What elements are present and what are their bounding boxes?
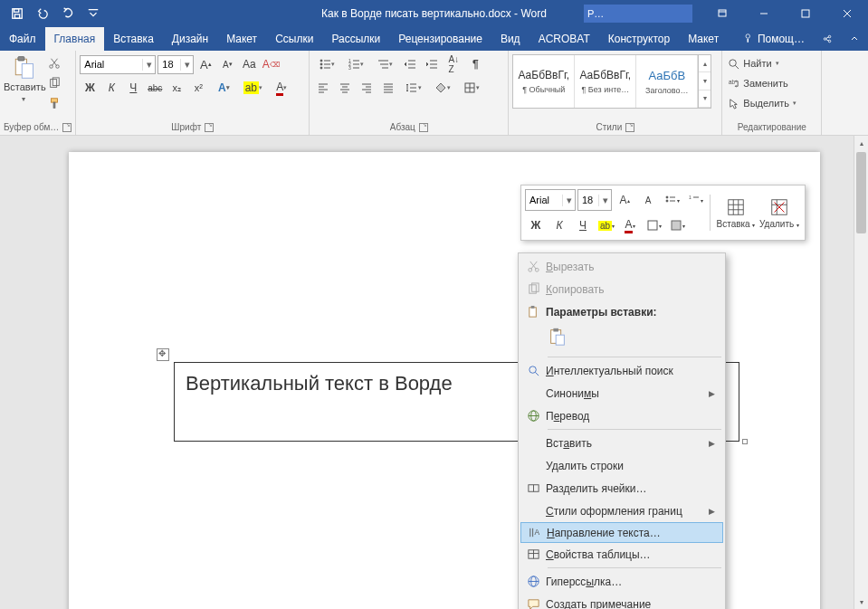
change-case-button[interactable]: Aa — [239, 54, 259, 74]
account-badge[interactable]: Р… — [584, 5, 692, 23]
align-left-button[interactable] — [313, 78, 333, 98]
styles-row-down[interactable]: ▾ — [699, 72, 711, 90]
table-resize-handle[interactable] — [742, 439, 748, 444]
close-button[interactable] — [826, 0, 868, 27]
multilevel-list-button[interactable]: ▾ — [371, 54, 398, 74]
select-button[interactable]: Выделить▾ — [726, 94, 798, 112]
style-normal[interactable]: АаБбВвГг,¶ Обычный — [513, 55, 575, 108]
mini-underline[interactable]: Ч — [572, 214, 594, 236]
ctx-synonyms[interactable]: Синонимы▶ — [520, 382, 723, 404]
scroll-up[interactable]: ▴ — [854, 136, 868, 150]
styles-dialog-launcher[interactable] — [625, 123, 634, 132]
mini-borders[interactable]: ▾ — [643, 214, 664, 236]
mini-delete-button[interactable]: Удалить ▾ — [758, 197, 801, 229]
mini-font-family-combo[interactable]: Arial▾ — [525, 189, 576, 211]
vertical-scrollbar[interactable]: ▴ ▾ — [854, 136, 868, 609]
ctx-smart-lookup[interactable]: Интеллектуальный поиск — [520, 359, 723, 382]
scroll-thumb[interactable] — [856, 152, 866, 233]
mini-shading[interactable]: ▾ — [666, 214, 688, 236]
ctx-new-comment[interactable]: Создать примечание — [520, 593, 723, 609]
ctx-insert[interactable]: Вставить▶ — [520, 432, 723, 454]
ctx-text-direction[interactable]: AНаправление текста… — [520, 522, 723, 543]
bullets-button[interactable]: ▾ — [313, 54, 340, 74]
borders-button[interactable]: ▾ — [458, 78, 485, 98]
styles-expand[interactable]: ▾ — [699, 90, 711, 108]
sort-button[interactable]: A↓Z — [444, 54, 463, 74]
paragraph-dialog-launcher[interactable] — [419, 123, 428, 132]
strikethrough-button[interactable]: abc — [145, 78, 165, 98]
decrease-indent-button[interactable] — [400, 54, 420, 74]
line-spacing-button[interactable]: ▾ — [400, 78, 427, 98]
collapse-ribbon-button[interactable] — [841, 27, 868, 51]
format-painter-button[interactable] — [45, 94, 63, 112]
tab-mailings[interactable]: Рассылки — [322, 27, 389, 51]
table-move-handle[interactable] — [157, 348, 169, 361]
undo-button[interactable] — [31, 2, 54, 25]
tab-view[interactable]: Вид — [491, 27, 529, 51]
show-marks-button[interactable]: ¶ — [465, 54, 485, 74]
styles-row-up[interactable]: ▴ — [699, 55, 711, 72]
tab-insert[interactable]: Вставка — [104, 27, 163, 51]
bold-button[interactable]: Ж — [80, 78, 100, 98]
copy-button[interactable] — [45, 74, 63, 92]
scroll-down[interactable]: ▾ — [854, 595, 868, 609]
align-center-button[interactable] — [335, 78, 355, 98]
numbering-button[interactable]: 123▾ — [342, 54, 369, 74]
increase-indent-button[interactable] — [422, 54, 442, 74]
font-color-button[interactable]: A▾ — [268, 78, 295, 98]
mini-bold[interactable]: Ж — [525, 214, 547, 236]
font-size-combo[interactable]: 18▾ — [157, 55, 194, 74]
ctx-paste-keep-source[interactable] — [548, 337, 568, 349]
tab-design[interactable]: Дизайн — [163, 27, 217, 51]
redo-button[interactable] — [56, 2, 80, 25]
shading-button[interactable]: ▾ — [429, 78, 456, 98]
mini-italic[interactable]: К — [548, 214, 570, 236]
tab-review[interactable]: Рецензирование — [389, 27, 491, 51]
clear-formatting-button[interactable]: A⌫ — [261, 54, 281, 74]
ctx-hyperlink[interactable]: Гиперссылка… — [520, 570, 723, 593]
ribbon-options-button[interactable] — [701, 0, 743, 27]
minimize-button[interactable] — [743, 0, 785, 27]
clipboard-dialog-launcher[interactable] — [62, 123, 72, 132]
find-button[interactable]: Найти▾ — [726, 54, 780, 72]
subscript-button[interactable]: x₂ — [167, 78, 186, 98]
style-no-spacing[interactable]: АаБбВвГг,¶ Без инте… — [575, 55, 636, 108]
style-heading1[interactable]: АаБбВЗаголово… — [636, 55, 698, 108]
qat-customize-button[interactable] — [81, 2, 105, 25]
maximize-button[interactable] — [785, 0, 826, 27]
mini-shrink-font[interactable]: A — [637, 189, 659, 211]
share-button[interactable] — [814, 27, 841, 51]
ctx-delete-rows[interactable]: Удалить строки — [520, 454, 723, 477]
tab-home[interactable]: Главная — [45, 27, 105, 51]
italic-button[interactable]: К — [101, 78, 121, 98]
mini-highlight[interactable]: ab▾ — [596, 214, 617, 236]
grow-font-button[interactable]: A▴ — [196, 54, 215, 74]
ctx-split-cells[interactable]: Разделить ячейки… — [520, 477, 723, 500]
mini-font-size-combo[interactable]: 18▾ — [577, 189, 612, 211]
tab-table-layout[interactable]: Макет — [679, 27, 728, 51]
tab-file[interactable]: Файл — [0, 27, 45, 51]
tab-table-design[interactable]: Конструктор — [599, 27, 679, 51]
paste-button[interactable]: Вставить ▾ — [4, 52, 43, 103]
tab-layout[interactable]: Макет — [217, 27, 266, 51]
tab-acrobat[interactable]: ACROBAT — [529, 27, 599, 51]
ctx-table-properties[interactable]: Свойства таблицы… — [520, 543, 723, 566]
ctx-border-styles[interactable]: Стили оформления границ▶ — [520, 500, 723, 522]
shrink-font-button[interactable]: A▾ — [217, 54, 237, 74]
cut-button[interactable] — [45, 54, 63, 72]
mini-grow-font[interactable]: A▴ — [614, 189, 635, 211]
highlight-button[interactable]: ab▾ — [239, 78, 266, 98]
font-dialog-launcher[interactable] — [205, 123, 214, 132]
tab-references[interactable]: Ссылки — [266, 27, 322, 51]
font-family-combo[interactable]: Arial▾ — [80, 55, 156, 74]
align-right-button[interactable] — [357, 78, 377, 98]
underline-button[interactable]: Ч — [123, 78, 143, 98]
superscript-button[interactable]: x² — [188, 78, 208, 98]
save-button[interactable] — [5, 2, 29, 25]
mini-numbering[interactable]: 1▾ — [684, 189, 706, 211]
mini-font-color[interactable]: A▾ — [619, 214, 641, 236]
mini-insert-button[interactable]: Вставка ▾ — [714, 197, 758, 229]
replace-button[interactable]: abЗаменить — [726, 74, 789, 92]
ctx-translate[interactable]: Перевод — [520, 404, 723, 427]
text-effects-button[interactable]: A▾ — [210, 78, 237, 98]
